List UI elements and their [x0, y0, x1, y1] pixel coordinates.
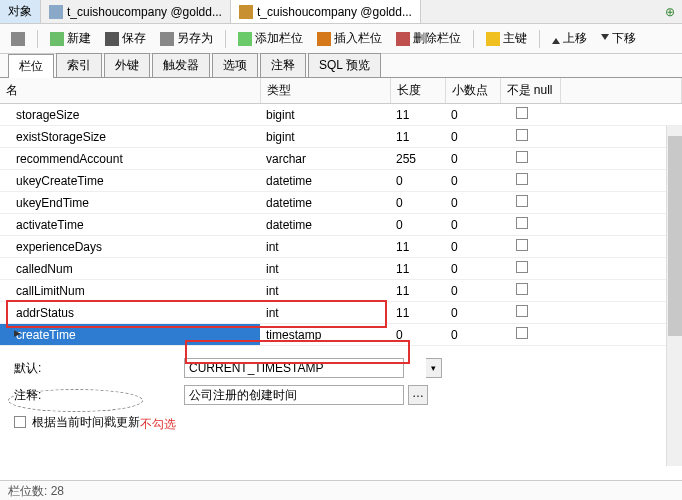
tab-indexes[interactable]: 索引: [56, 53, 102, 77]
cell-length: 11: [390, 104, 445, 126]
tab-options[interactable]: 选项: [212, 53, 258, 77]
delete-column-button[interactable]: 删除栏位: [391, 28, 466, 49]
tab-foreign-keys[interactable]: 外键: [104, 53, 150, 77]
designer-tabs: 栏位 索引 外键 触发器 选项 注释 SQL 预览: [0, 54, 682, 78]
table-row[interactable]: recommendAccountvarchar2550: [0, 148, 682, 170]
col-header-length[interactable]: 长度: [390, 78, 445, 104]
tab-table-2[interactable]: t_cuishoucompany @goldd...: [231, 0, 421, 23]
notnull-checkbox[interactable]: [516, 305, 528, 317]
cell-type: int: [260, 236, 390, 258]
vertical-scrollbar[interactable]: [666, 126, 682, 466]
annotation-text: 不勾选: [140, 416, 176, 433]
notnull-checkbox[interactable]: [516, 239, 528, 251]
cell-length: 11: [390, 236, 445, 258]
primary-key-button[interactable]: 主键: [481, 28, 532, 49]
columns-grid: 名 类型 长度 小数点 不是 null storageSizebigint110…: [0, 78, 682, 346]
move-up-button[interactable]: 上移: [547, 28, 592, 49]
cell-type: int: [260, 280, 390, 302]
default-dropdown[interactable]: ▾: [426, 358, 442, 378]
comment-label: 注释:: [14, 387, 184, 404]
notnull-checkbox[interactable]: [516, 195, 528, 207]
table-row[interactable]: experienceDaysint110: [0, 236, 682, 258]
cell-decimal: 0: [445, 104, 500, 126]
table-edit-icon: [239, 5, 253, 19]
table-row[interactable]: addrStatusint110: [0, 302, 682, 324]
top-tab-bar: 对象 t_cuishoucompany @goldd... t_cuishouc…: [0, 0, 682, 24]
cell-length: 0: [390, 192, 445, 214]
table-row[interactable]: createTimetimestamp00: [0, 324, 682, 346]
tab-label: 对象: [8, 3, 32, 20]
col-header-name[interactable]: 名: [0, 78, 260, 104]
table-row[interactable]: activateTimedatetime00: [0, 214, 682, 236]
saveas-icon: [160, 32, 174, 46]
table-row[interactable]: calledNumint110: [0, 258, 682, 280]
cell-name: callLimitNum: [6, 284, 85, 298]
comment-expand-button[interactable]: …: [408, 385, 428, 405]
down-icon: [601, 34, 609, 44]
cell-name: calledNum: [6, 262, 73, 276]
comment-input[interactable]: [184, 385, 404, 405]
notnull-checkbox[interactable]: [516, 261, 528, 273]
new-icon: [50, 32, 64, 46]
menu-button[interactable]: [6, 30, 30, 48]
status-text: 栏位数: 28: [8, 484, 64, 498]
notnull-checkbox[interactable]: [516, 327, 528, 339]
notnull-checkbox[interactable]: [516, 151, 528, 163]
delete-col-icon: [396, 32, 410, 46]
tab-triggers[interactable]: 触发器: [152, 53, 210, 77]
key-icon: [486, 32, 500, 46]
cell-name: addrStatus: [6, 306, 74, 320]
cell-name: existStorageSize: [6, 130, 106, 144]
on-update-checkbox[interactable]: [14, 416, 26, 428]
move-down-button[interactable]: 下移: [596, 28, 641, 49]
tab-sql-preview[interactable]: SQL 预览: [308, 53, 381, 77]
tab-label: t_cuishoucompany @goldd...: [257, 5, 412, 19]
notnull-checkbox[interactable]: [516, 217, 528, 229]
add-col-icon: [238, 32, 252, 46]
scroll-thumb[interactable]: [668, 136, 682, 336]
default-input[interactable]: [184, 358, 404, 378]
notnull-checkbox[interactable]: [516, 283, 528, 295]
status-bar: 栏位数: 28: [0, 480, 682, 500]
cell-decimal: 0: [445, 258, 500, 280]
tab-label: t_cuishoucompany @goldd...: [67, 5, 222, 19]
default-label: 默认:: [14, 360, 184, 377]
col-header-type[interactable]: 类型: [260, 78, 390, 104]
table-row[interactable]: ukeyEndTimedatetime00: [0, 192, 682, 214]
tab-table-1[interactable]: t_cuishoucompany @goldd...: [41, 0, 231, 23]
tab-objects[interactable]: 对象: [0, 0, 41, 23]
notnull-checkbox[interactable]: [516, 107, 528, 119]
cell-decimal: 0: [445, 280, 500, 302]
table-row[interactable]: storageSizebigint110: [0, 104, 682, 126]
cell-length: 0: [390, 170, 445, 192]
cell-decimal: 0: [445, 148, 500, 170]
notnull-checkbox[interactable]: [516, 129, 528, 141]
on-update-label: 根据当前时间戳更新: [32, 414, 140, 431]
notnull-checkbox[interactable]: [516, 173, 528, 185]
tab-comment[interactable]: 注释: [260, 53, 306, 77]
save-button[interactable]: 保存: [100, 28, 151, 49]
table-row[interactable]: callLimitNumint110: [0, 280, 682, 302]
cell-decimal: 0: [445, 170, 500, 192]
cell-type: varchar: [260, 148, 390, 170]
cell-type: datetime: [260, 214, 390, 236]
add-column-button[interactable]: 添加栏位: [233, 28, 308, 49]
cell-length: 11: [390, 280, 445, 302]
tab-fields[interactable]: 栏位: [8, 54, 54, 78]
col-header-notnull[interactable]: 不是 null: [500, 78, 560, 104]
insert-column-button[interactable]: 插入栏位: [312, 28, 387, 49]
cell-type: timestamp: [260, 324, 390, 346]
menu-icon: [11, 32, 25, 46]
cell-decimal: 0: [445, 214, 500, 236]
new-button[interactable]: 新建: [45, 28, 96, 49]
table-row[interactable]: existStorageSizebigint110: [0, 126, 682, 148]
col-header-decimal[interactable]: 小数点: [445, 78, 500, 104]
cell-decimal: 0: [445, 126, 500, 148]
cell-type: int: [260, 258, 390, 280]
table-row[interactable]: ukeyCreateTimedatetime00: [0, 170, 682, 192]
cell-type: bigint: [260, 126, 390, 148]
insert-col-icon: [317, 32, 331, 46]
new-tab-button[interactable]: ⊕: [658, 0, 682, 23]
saveas-button[interactable]: 另存为: [155, 28, 218, 49]
cell-length: 255: [390, 148, 445, 170]
